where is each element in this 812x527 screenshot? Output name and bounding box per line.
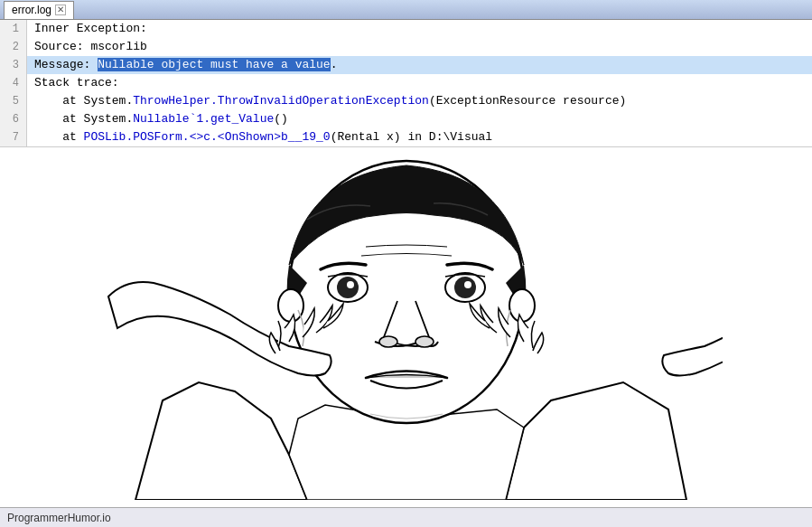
period: . (331, 58, 338, 71)
svg-point-3 (509, 289, 535, 322)
code-line-3: 3 Message: Nullable object must have a v… (0, 56, 812, 74)
link-poslib: POSLib.POSForm.<>c.<OnShown>b__19_0 (84, 130, 331, 144)
line-number-6: 6 (0, 110, 27, 128)
code-line-5: 5 at System.ThrowHelper.ThrowInvalidOper… (0, 92, 812, 110)
line-number-1: 1 (0, 20, 27, 38)
file-tab[interactable]: error.log ✕ (4, 1, 74, 19)
svg-point-10 (379, 336, 397, 347)
line-number-5: 5 (0, 92, 27, 110)
code-editor: 1 Inner Exception: 2 Source: mscorlib 3 … (0, 20, 812, 147)
label-message: Message: (34, 58, 98, 71)
line-content-5: at System.ThrowHelper.ThrowInvalidOperat… (27, 92, 626, 110)
line-content-4: Stack trace: (27, 74, 119, 92)
title-bar: error.log ✕ (0, 0, 812, 20)
jackie-chan-meme (90, 147, 723, 500)
line-content-2: Source: mscorlib (27, 38, 147, 56)
line-number-3: 3 (0, 56, 27, 74)
line-number-7: 7 (0, 128, 27, 146)
code-line-7: 7 at POSLib.POSForm.<>c.<OnShown>b__19_0… (0, 128, 812, 146)
svg-point-11 (415, 336, 434, 347)
tab-close-icon[interactable]: ✕ (55, 5, 66, 15)
svg-point-2 (278, 289, 303, 322)
line-content-1: Inner Exception: (27, 20, 147, 38)
code-line-6: 6 at System.Nullable`1.get_Value() (0, 110, 812, 128)
tab-label: error.log (12, 4, 51, 16)
line-content-3: Message: Nullable object must have a val… (27, 56, 337, 74)
line-number-2: 2 (0, 38, 27, 56)
meme-image-area (0, 145, 812, 502)
svg-point-8 (454, 277, 476, 298)
footer-label: ProgrammerHumor.io (7, 512, 111, 524)
line-content-6: at System.Nullable`1.get_Value() (27, 110, 288, 128)
line-number-4: 4 (0, 74, 27, 92)
code-line-2: 2 Source: mscorlib (0, 38, 812, 56)
code-line-1: 1 Inner Exception: (0, 20, 812, 38)
line-content-7: at POSLib.POSForm.<>c.<OnShown>b__19_0(R… (27, 128, 492, 146)
svg-point-5 (337, 277, 359, 298)
footer-bar: ProgrammerHumor.io (0, 507, 812, 527)
code-line-4: 4 Stack trace: (0, 74, 812, 92)
link-nullable: Nullable`1.get_Value (133, 112, 274, 126)
highlighted-error-text: Nullable object must have a value (98, 58, 330, 71)
svg-point-6 (347, 281, 354, 288)
link-throwhelper: ThrowHelper.ThrowInvalidOperationExcepti… (133, 94, 429, 108)
svg-point-9 (464, 281, 471, 288)
